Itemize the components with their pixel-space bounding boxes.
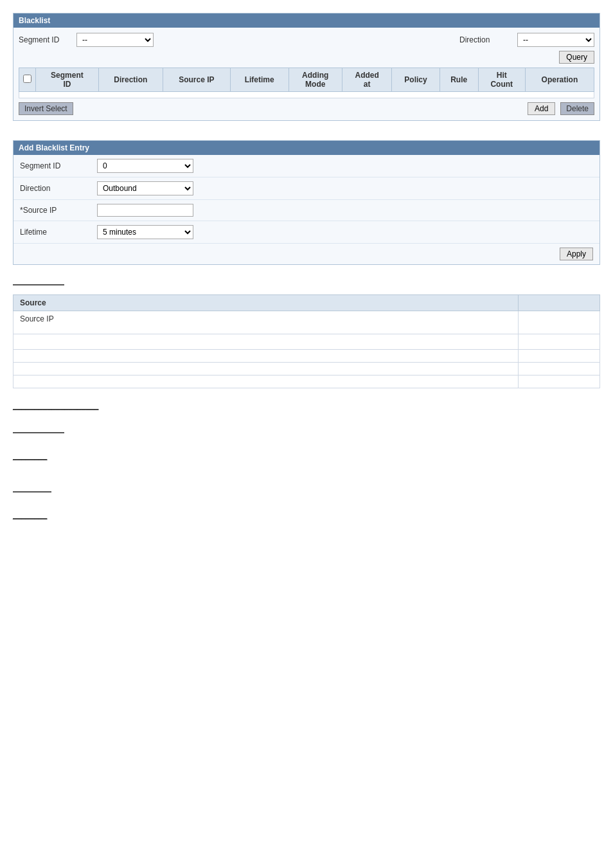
apply-button[interactable]: Apply xyxy=(560,248,593,260)
query-row: Query xyxy=(19,51,594,64)
apply-row: Apply xyxy=(13,244,600,264)
info-cell-3-1 xyxy=(13,350,519,363)
col-operation: Operation xyxy=(525,68,594,92)
form-row-segment-id: Segment ID 0 1 2 xyxy=(13,155,600,177)
select-all-checkbox[interactable] xyxy=(23,75,31,83)
add-segment-id-select[interactable]: 0 1 2 xyxy=(97,159,193,173)
col-hit-count: HitCount xyxy=(478,68,525,92)
right-buttons: Add Delete xyxy=(528,102,594,115)
form-label-source-ip: *Source IP xyxy=(20,206,97,215)
info-cell-4-2 xyxy=(519,363,600,375)
delete-button[interactable]: Delete xyxy=(560,102,594,115)
bottom-buttons: Invert Select Add Delete xyxy=(19,102,594,115)
info-row-2 xyxy=(13,334,600,350)
empty-row xyxy=(19,92,594,98)
add-blacklist-section: Add Blacklist Entry Segment ID 0 1 2 Dir… xyxy=(13,140,600,265)
link-1[interactable]: ____________________ xyxy=(13,401,98,410)
form-row-source-ip: *Source IP xyxy=(13,200,600,221)
info-table: Source Source IP xyxy=(13,294,600,388)
info-cell-4-1 xyxy=(13,363,519,375)
blacklist-title: Blacklist xyxy=(13,14,600,28)
info-row-5 xyxy=(13,375,600,388)
info-col1-header: Source xyxy=(13,295,519,311)
add-lifetime-select[interactable]: 5 minutes 10 minutes 30 minutes 1 hour P… xyxy=(97,225,193,239)
divider-3 xyxy=(13,491,51,493)
info-cell-2-1 xyxy=(13,334,519,350)
info-table-header-row: Source xyxy=(13,295,600,311)
invert-select-button[interactable]: Invert Select xyxy=(19,102,73,115)
link-2[interactable]: ________ xyxy=(13,451,47,460)
col-segment-id: SegmentID xyxy=(36,68,99,92)
direction-select[interactable]: -- xyxy=(517,33,594,47)
info-cell-3-2 xyxy=(519,350,600,363)
col-direction: Direction xyxy=(98,68,163,92)
form-label-direction: Direction xyxy=(20,184,97,193)
left-buttons: Invert Select xyxy=(19,102,73,115)
info-cell-1-1: Source IP xyxy=(13,311,519,334)
info-row-4 xyxy=(13,363,600,375)
segment-id-select[interactable]: -- xyxy=(76,33,154,47)
info-row-1: Source IP xyxy=(13,311,600,334)
col-added-at: Addedat xyxy=(342,68,392,92)
form-row-direction: Direction Outbound Inbound Both xyxy=(13,177,600,200)
add-source-ip-input[interactable] xyxy=(97,204,193,217)
col-checkbox xyxy=(19,68,36,92)
col-source-ip: Source IP xyxy=(163,68,230,92)
form-label-lifetime: Lifetime xyxy=(20,228,97,237)
info-cell-5-1 xyxy=(13,375,519,388)
add-direction-select[interactable]: Outbound Inbound Both xyxy=(97,181,193,195)
add-blacklist-title: Add Blacklist Entry xyxy=(13,141,600,155)
query-button[interactable]: Query xyxy=(559,51,594,64)
link-3[interactable]: ________ xyxy=(13,511,47,520)
info-row-3 xyxy=(13,350,600,363)
add-blacklist-body: Segment ID 0 1 2 Direction Outbound Inbo… xyxy=(13,155,600,264)
col-lifetime: Lifetime xyxy=(230,68,289,92)
direction-label: Direction xyxy=(459,35,511,44)
divider-2 xyxy=(13,432,64,433)
add-button[interactable]: Add xyxy=(528,102,555,115)
info-cell-2-2 xyxy=(519,334,600,350)
form-row-lifetime: Lifetime 5 minutes 10 minutes 30 minutes… xyxy=(13,221,600,244)
table-header-row: SegmentID Direction Source IP Lifetime A… xyxy=(19,68,594,92)
col-policy: Policy xyxy=(392,68,440,92)
blacklist-section: Blacklist Segment ID -- Direction -- Que… xyxy=(13,13,600,121)
info-cell-1-2 xyxy=(519,311,600,334)
info-col2-header xyxy=(519,295,600,311)
blacklist-table: SegmentID Direction Source IP Lifetime A… xyxy=(19,68,594,98)
info-cell-5-2 xyxy=(519,375,600,388)
col-adding-mode: AddingMode xyxy=(289,68,342,92)
filter-row: Segment ID -- Direction -- xyxy=(19,33,594,47)
divider-1 xyxy=(13,284,64,285)
form-label-segment-id: Segment ID xyxy=(20,161,97,170)
blacklist-body: Segment ID -- Direction -- Query Segment… xyxy=(13,28,600,120)
segment-id-label: Segment ID xyxy=(19,35,70,44)
col-rule: Rule xyxy=(440,68,478,92)
